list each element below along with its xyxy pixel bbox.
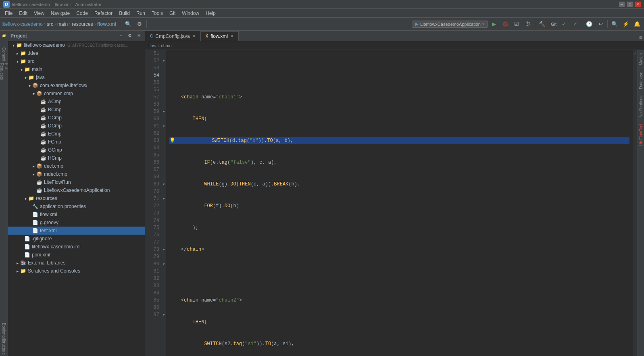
label-ecmp: ECmp	[48, 131, 61, 137]
fold-71[interactable]: ▾	[161, 195, 166, 202]
git-push-btn[interactable]: ✓	[570, 19, 580, 29]
menu-git[interactable]: Git	[166, 10, 179, 17]
tree-gcmp[interactable]: ☕ GCmp	[8, 146, 145, 154]
tree-app[interactable]: ☕ LiteflowxCasedemoApplication	[8, 186, 145, 194]
fold-78[interactable]: ▾	[161, 246, 166, 253]
menu-run[interactable]: Run	[133, 10, 148, 17]
run-config-selector[interactable]: ▶ LiteflowxCasedemoApplication ▾	[412, 21, 488, 28]
tree-app-props[interactable]: 🔧 application.properties	[8, 202, 145, 210]
tree-gitignore[interactable]: 📄 .gitignore	[8, 235, 145, 243]
notifications-btn[interactable]: 🔔	[632, 19, 642, 29]
toolbar-search-btn[interactable]: 🔍	[123, 19, 133, 29]
tab-recent-btn[interactable]: ≡	[639, 34, 642, 41]
fold-69[interactable]: ▾	[161, 181, 166, 188]
bc-main[interactable]: main	[57, 21, 68, 27]
breadcrumb-chain[interactable]: chain	[161, 43, 171, 48]
project-hide-btn[interactable]: ✕	[135, 32, 142, 40]
tree-hcmp[interactable]: ☕ HCmp	[8, 154, 145, 162]
toolbar-sep-5	[582, 20, 582, 28]
tree-ecmp[interactable]: ☕ ECmp	[8, 130, 145, 138]
run-anything-btn[interactable]: ⚡	[621, 19, 631, 29]
run-button[interactable]: ▶	[489, 19, 499, 29]
tree-test-xml[interactable]: 📄 test.xml	[8, 227, 145, 235]
menu-edit[interactable]: Edit	[16, 10, 31, 17]
git-history-btn[interactable]: 🕐	[584, 19, 594, 29]
tree-root[interactable]: 📁 liteflowx-casedemo G:\MYPROJECT\litefl…	[8, 41, 145, 49]
tree-dcmp[interactable]: ☕ DCmp	[8, 122, 145, 130]
maximize-button[interactable]: □	[627, 2, 633, 7]
editor-content[interactable]: 51 52 53 54 55 56 57 58 59 60 61 62 63 6…	[145, 50, 644, 356]
menu-refactor[interactable]: Refactor	[91, 10, 116, 17]
tree-common-cmp[interactable]: 📦 common.cmp	[8, 90, 145, 98]
close-button[interactable]: ✕	[635, 2, 641, 7]
fold-59[interactable]: ▾	[161, 108, 166, 115]
menu-navigate[interactable]: Navigate	[48, 10, 73, 17]
menu-build[interactable]: Build	[116, 10, 133, 17]
toolbar-sep-4	[549, 20, 549, 28]
maven-tab[interactable]: Maven	[638, 50, 644, 69]
tree-pom[interactable]: 📄 pom.xml	[8, 251, 145, 259]
minimize-button[interactable]: ─	[619, 2, 625, 7]
bc-src[interactable]: src	[47, 21, 53, 27]
tree-src[interactable]: 📁 src	[8, 57, 145, 65]
menu-window[interactable]: Window	[179, 10, 202, 17]
tab-flowxml[interactable]: X flow.xml ✕	[201, 31, 239, 41]
search-everywhere-btn[interactable]: 🔍	[609, 19, 620, 29]
tab-close-flow[interactable]: ✕	[230, 34, 233, 38]
tab-cmpconfig[interactable]: C CmpConfig.java ✕	[145, 31, 201, 41]
code-area[interactable]: <chain name="chain1"> THEN( 💡 SWITCH(d.t…	[166, 50, 633, 356]
tree-idea[interactable]: 📁 .idea	[8, 49, 145, 57]
menu-tools[interactable]: Tools	[148, 10, 166, 17]
project-settings-btn[interactable]: ⚙	[126, 32, 133, 40]
tree-resources[interactable]: 📁 resources	[8, 194, 145, 202]
fold-52[interactable]: ▾	[161, 57, 166, 65]
fold-80[interactable]: ▾	[161, 260, 166, 268]
left-icon-commit[interactable]: Commit	[1, 48, 7, 60]
tree-groovy[interactable]: 📄 g.groovy	[8, 219, 145, 227]
git-check-btn[interactable]: ✓	[559, 19, 569, 29]
tab-close-cmpconfig[interactable]: ✕	[192, 34, 196, 38]
tree-liteflowrun[interactable]: ☕ LiteFlowRun	[8, 178, 145, 186]
left-icon-structure[interactable]: Structure	[1, 341, 7, 353]
tree-bcmp[interactable]: ☕ BCmp	[8, 106, 145, 114]
tree-flow-xml[interactable]: 📄 flow.xml	[8, 210, 145, 219]
breadcrumb-flow[interactable]: flow	[148, 43, 156, 48]
git-rollback-btn[interactable]: ↩	[595, 19, 606, 29]
tree-decl-cmp[interactable]: 📦 decl.cmp	[8, 162, 145, 170]
label-common: common.cmp	[44, 91, 73, 96]
left-icon-bookmarks[interactable]: Bookmarks	[1, 327, 7, 339]
left-icon-project[interactable]: 📁	[1, 32, 7, 39]
coverage-button[interactable]: ☑	[511, 19, 522, 29]
debug-button[interactable]: 🐞	[500, 19, 511, 29]
tree-ccmp[interactable]: ☕ CCmp	[8, 114, 145, 122]
project-collapse-btn[interactable]: ≡	[117, 32, 125, 40]
fold-87[interactable]: ▾	[161, 311, 166, 319]
fold-54	[161, 72, 166, 79]
menu-code[interactable]: Code	[73, 10, 91, 17]
database-tab[interactable]: Database	[638, 69, 644, 92]
tree-fcmp[interactable]: ☕ FCmp	[8, 138, 145, 146]
tree-iml[interactable]: 📄 liteflowx-casedemo.iml	[8, 243, 145, 251]
toolbar-settings-btn[interactable]: ⚙	[134, 19, 145, 29]
bc-file[interactable]: flow.xml	[97, 21, 117, 27]
tree-ext-libs[interactable]: 📚 External Libraries	[8, 259, 145, 267]
menu-help[interactable]: Help	[202, 10, 219, 17]
menu-view[interactable]: View	[31, 10, 48, 17]
left-icon-pullreq[interactable]: Pull Requests	[1, 65, 7, 77]
fold-61[interactable]: ▾	[161, 123, 166, 130]
tree-scratches[interactable]: 📁 Scratches and Consoles	[8, 267, 145, 275]
profile-button[interactable]: ⏱	[523, 19, 533, 29]
tree-mdecl-cmp[interactable]: 📦 mdecl.cmp	[8, 170, 145, 178]
menu-file[interactable]: File	[2, 10, 16, 17]
tree-java[interactable]: 📁 java	[8, 73, 145, 81]
tree-com-example[interactable]: 📦 com.example.liteflowx	[8, 81, 145, 90]
code-line-55: IF(e.tag("false"), c, a),	[169, 159, 629, 166]
bc-resources[interactable]: resources	[72, 21, 93, 27]
tree-main[interactable]: 📁 main	[8, 65, 145, 73]
editor-tabs: C CmpConfig.java ✕ X flow.xml ✕ ≡	[145, 31, 644, 41]
liteflow-tool-tab[interactable]: LiteFlowTool	[638, 121, 644, 150]
tree-acmp[interactable]: ☕ ACmp	[8, 98, 145, 106]
notifications-tab[interactable]: Notifications	[638, 92, 644, 121]
build-button[interactable]: 🔨	[537, 19, 547, 29]
bc-project[interactable]: liteflowx-casedemo	[2, 21, 43, 27]
